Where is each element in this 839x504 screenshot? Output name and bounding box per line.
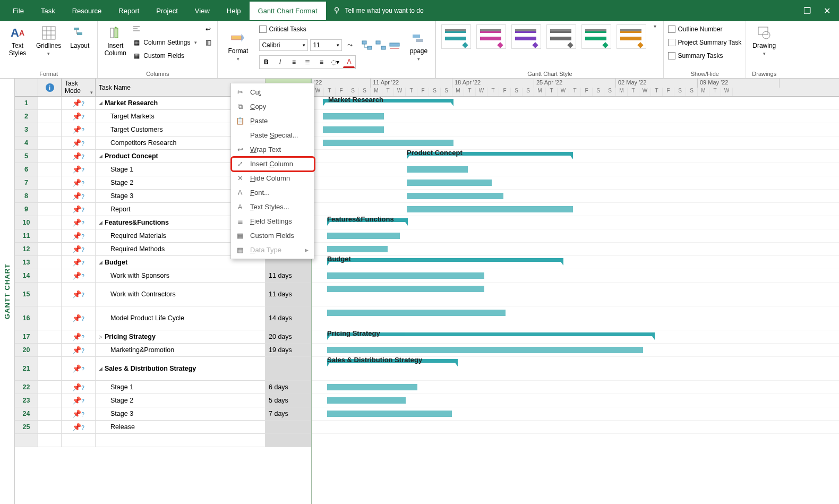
align-left-mini[interactable] — [132, 23, 197, 35]
row-duration[interactable]: 19 days — [266, 344, 311, 356]
context-menu-item[interactable]: ✕Hide Column — [231, 171, 314, 185]
bold-button[interactable]: B — [260, 56, 272, 68]
link-tasks-icon[interactable] — [361, 40, 373, 53]
font-color-button[interactable]: A — [343, 56, 355, 68]
table-row[interactable]: 25📌?Release — [15, 421, 311, 434]
table-row[interactable]: 21📌?◢Sales & Distribution Strategy — [15, 357, 311, 381]
row-duration[interactable] — [266, 357, 311, 380]
close-icon[interactable]: ✕ — [824, 6, 831, 16]
row-number[interactable]: 8 — [15, 190, 38, 202]
row-number[interactable]: 12 — [15, 243, 38, 255]
row-task-mode[interactable]: 📌? — [62, 421, 96, 433]
table-row[interactable]: 20📌?Marketing&Promotion19 days — [15, 344, 311, 357]
row-number[interactable]: 23 — [15, 394, 38, 407]
row-task-mode[interactable]: 📌? — [62, 394, 96, 407]
row-task-mode[interactable]: 📌? — [62, 150, 96, 163]
row-number[interactable]: 25 — [15, 421, 38, 433]
row-duration[interactable]: 7 days — [266, 407, 311, 420]
table-row[interactable]: 15📌?Work with Contractors11 days — [15, 283, 311, 306]
row-task-name[interactable]: Model Product Life Cycle — [96, 306, 266, 330]
row-task-name[interactable]: ◢Sales & Distribution Strategy — [96, 357, 266, 380]
align-center-button[interactable]: ≣ — [302, 56, 313, 68]
summary-tasks-checkbox[interactable] — [668, 52, 675, 59]
table-row[interactable]: 22📌?Stage 16 days — [15, 381, 311, 394]
context-menu-item[interactable]: ≣Field Settings — [231, 214, 314, 228]
italic-button[interactable]: I — [274, 56, 286, 68]
menu-help[interactable]: Help — [218, 2, 250, 20]
row-number[interactable]: 4 — [15, 136, 38, 149]
table-row[interactable]: 16📌?Model Product Life Cycle14 days — [15, 306, 311, 330]
row-duration[interactable]: 5 days — [266, 394, 311, 407]
task-bar[interactable] — [407, 166, 468, 173]
task-bar[interactable] — [407, 206, 573, 212]
menu-gantt-format[interactable]: Gantt Chart Format — [250, 2, 326, 20]
critical-tasks-checkbox[interactable] — [259, 25, 267, 33]
row-number[interactable]: 9 — [15, 203, 38, 216]
gantt-style-thumb[interactable] — [581, 24, 611, 49]
row-task-mode[interactable]: 📌? — [62, 381, 96, 394]
row-number[interactable]: 15 — [15, 283, 38, 306]
context-menu-item[interactable]: 📋Paste — [231, 114, 314, 128]
row-task-mode[interactable]: 📌? — [62, 176, 96, 189]
row-task-mode[interactable]: 📌? — [62, 97, 96, 109]
task-bar[interactable] — [327, 347, 643, 353]
row-number[interactable]: 1 — [15, 97, 38, 109]
wrap-text-icon[interactable]: ↩ — [203, 24, 213, 34]
baseline-icon[interactable] — [389, 40, 400, 53]
gantt-style-thumb[interactable] — [476, 24, 506, 49]
row-number[interactable]: 10 — [15, 216, 38, 229]
row-number[interactable]: 11 — [15, 229, 38, 242]
gantt-style-thumb[interactable] — [617, 24, 646, 49]
row-number[interactable]: 13 — [15, 256, 38, 269]
row-number[interactable]: 5 — [15, 150, 38, 163]
task-bar[interactable] — [407, 193, 503, 199]
row-task-mode[interactable]: 📌? — [62, 243, 96, 255]
column-settings-button[interactable]: ▦Column Settings▾ — [132, 37, 197, 48]
row-duration[interactable]: 14 days — [266, 306, 311, 330]
col-task-mode[interactable]: Task Mode▾ — [62, 79, 96, 96]
row-duration[interactable]: 6 days — [266, 381, 311, 394]
context-menu-item[interactable]: AText Styles... — [231, 200, 314, 214]
row-task-mode[interactable]: 📌? — [62, 216, 96, 229]
row-task-mode[interactable]: 📌? — [62, 163, 96, 176]
row-task-name[interactable]: Stage 1 — [96, 381, 266, 394]
style-gallery-more[interactable]: ▾ — [650, 23, 659, 31]
gantt-style-thumb[interactable] — [511, 24, 541, 49]
row-duration[interactable]: 20 days — [266, 330, 311, 343]
table-row[interactable]: 14📌?Work with Sponsors11 days — [15, 269, 311, 283]
columns-misc-icon[interactable]: ▥ — [203, 38, 213, 47]
menu-report[interactable]: Report — [110, 2, 148, 20]
menu-task[interactable]: Task — [32, 2, 64, 20]
row-task-mode[interactable]: 📌? — [62, 407, 96, 420]
row-number[interactable]: 2 — [15, 110, 38, 123]
menu-file[interactable]: File — [4, 2, 32, 20]
task-bar[interactable] — [327, 310, 506, 316]
menu-project[interactable]: Project — [148, 2, 186, 20]
row-task-mode[interactable]: 📌? — [62, 330, 96, 343]
menu-resource[interactable]: Resource — [64, 2, 110, 20]
row-task-mode[interactable]: 📌? — [62, 344, 96, 356]
row-task-name[interactable]: Stage 2 — [96, 394, 266, 407]
task-bar[interactable] — [327, 246, 388, 252]
align-left-button[interactable]: ≡ — [288, 56, 299, 68]
row-task-name[interactable]: Work with Contractors — [96, 283, 266, 306]
task-bar[interactable] — [327, 397, 406, 404]
row-task-name[interactable]: Work with Sponsors — [96, 269, 266, 282]
row-task-name[interactable]: Release — [96, 421, 266, 433]
context-menu-item[interactable]: ⤢Insert Column — [231, 157, 314, 171]
insert-column-button[interactable]: Insert Column — [102, 23, 129, 59]
task-bar[interactable] — [323, 126, 384, 133]
row-task-name[interactable]: Marketing&Promotion — [96, 344, 266, 356]
unlink-tasks-icon[interactable] — [375, 40, 387, 53]
context-menu-item[interactable]: ▦Custom Fields — [231, 228, 314, 243]
row-number[interactable]: 16 — [15, 306, 38, 330]
row-number[interactable]: 17 — [15, 330, 38, 343]
row-task-mode[interactable]: 📌? — [62, 110, 96, 123]
font-size-combo[interactable]: 11▾ — [310, 39, 342, 51]
task-bar[interactable] — [407, 180, 492, 186]
context-menu-item[interactable]: ✂Cut — [231, 85, 314, 99]
custom-fields-button[interactable]: ▦Custom Fields — [132, 50, 197, 62]
row-number[interactable]: 3 — [15, 123, 38, 136]
row-task-mode[interactable]: 📌? — [62, 203, 96, 216]
table-row[interactable]: 17📌?▷Pricing Strategy20 days — [15, 330, 311, 344]
